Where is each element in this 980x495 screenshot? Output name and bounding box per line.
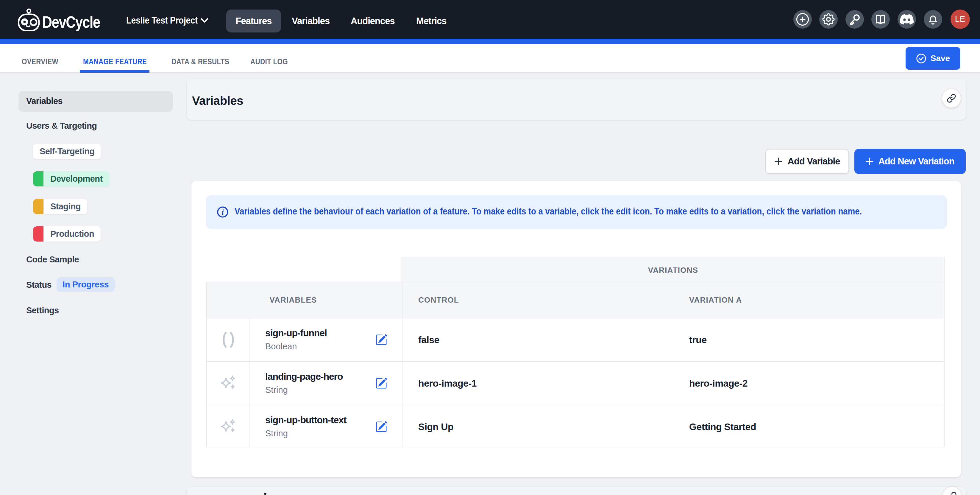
svg-text:i: i [221, 208, 224, 216]
